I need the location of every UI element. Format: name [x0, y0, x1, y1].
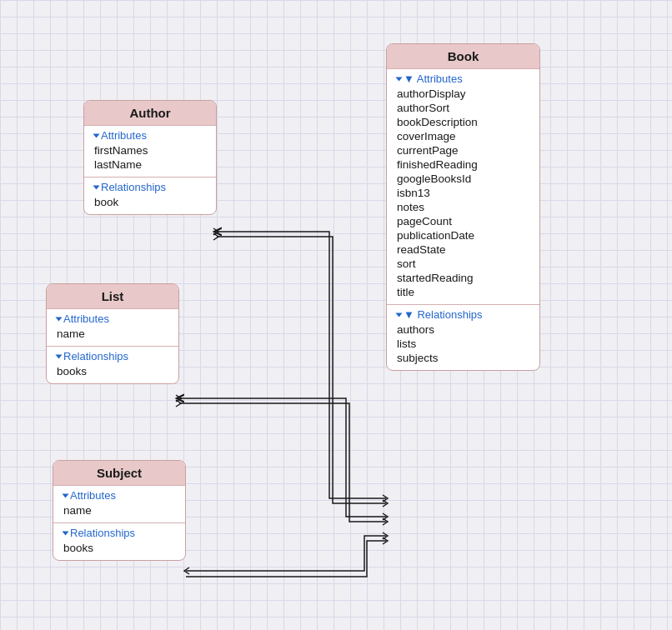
book-field-sort: sort: [397, 257, 529, 271]
book-field-title: title: [397, 285, 529, 299]
author-attributes-section: Attributes firstNames lastName: [84, 125, 216, 177]
book-rel-authors: authors: [397, 322, 529, 337]
book-field-coverImage: coverImage: [397, 129, 529, 143]
subject-attributes-header: Attributes: [63, 489, 175, 502]
book-field-currentPage: currentPage: [397, 143, 529, 158]
arrow-head-list1: [176, 395, 181, 402]
subject-relationships-section: Relationships books: [53, 522, 185, 560]
book-attributes-header: ▼ Attributes: [397, 72, 529, 85]
subject-rel-books: books: [63, 541, 175, 555]
arrow-head-author2: [383, 495, 388, 502]
triangle-icon-6: [56, 354, 63, 358]
triangle-icon-5: [56, 317, 63, 321]
book-field-readState: readState: [397, 242, 529, 257]
author-book-arrow: [217, 232, 386, 498]
author-title: Author: [84, 101, 216, 125]
author-book-arrow2: [217, 237, 386, 503]
arrow-head-author1: [213, 228, 218, 235]
triangle-icon: [396, 77, 403, 81]
triangle-icon-8: [63, 531, 69, 535]
book-relationships-header: ▼ Relationships: [397, 308, 529, 321]
triangle-icon-7: [63, 493, 69, 498]
author-attributes-header: Attributes: [94, 129, 206, 142]
book-entity: Book ▼ Attributes authorDisplay authorSo…: [386, 43, 540, 371]
subject-title: Subject: [53, 461, 185, 485]
arrow-head-author4: [213, 233, 218, 240]
list-field-name: name: [57, 327, 168, 341]
book-field-finishedReading: finishedReading: [397, 158, 529, 172]
author-field-lastName: lastName: [94, 158, 206, 172]
book-rel-lists: lists: [397, 337, 529, 351]
triangle-icon-2: [396, 312, 403, 317]
book-field-googleBooksId: googleBooksId: [397, 172, 529, 186]
author-entity: Author Attributes firstNames lastName Re…: [83, 100, 217, 215]
list-attributes-section: Attributes name: [47, 308, 178, 346]
arrow-head-3: [184, 568, 189, 574]
book-field-notes: notes: [397, 200, 529, 214]
book-title: Book: [387, 44, 539, 68]
list-title: List: [47, 284, 178, 308]
book-field-isbn13: isbn13: [397, 186, 529, 200]
triangle-icon-4: [93, 185, 100, 189]
book-relationships-section: ▼ Relationships authors lists subjects: [387, 304, 539, 370]
book-rel-subjects: subjects: [397, 351, 529, 365]
author-relationships-header: Relationships: [94, 181, 206, 193]
arrow-head-2: [383, 538, 388, 544]
list-books-arrow2: [179, 403, 386, 522]
list-rel-books: books: [57, 364, 168, 378]
arrow-head-list2: [383, 513, 388, 520]
subject-attributes-section: Attributes name: [53, 485, 185, 522]
book-attributes-section: ▼ Attributes authorDisplay authorSort bo…: [387, 68, 539, 304]
book-field-authorSort: authorSort: [397, 101, 529, 115]
triangle-icon-3: [93, 133, 100, 138]
subject-books-arrow1: [186, 536, 386, 571]
list-attributes-header: Attributes: [57, 312, 168, 325]
author-relationships-section: Relationships book: [84, 177, 216, 214]
subject-books-arrow2: [186, 541, 386, 577]
book-field-startedReading: startedReading: [397, 271, 529, 285]
arrow-head-author3: [383, 500, 388, 507]
list-relationships-header: Relationships: [57, 350, 168, 362]
book-field-pageCount: pageCount: [397, 214, 529, 228]
list-entity: List Attributes name Relationships books: [46, 283, 179, 384]
subject-field-name: name: [63, 503, 175, 518]
list-relationships-section: Relationships books: [47, 346, 178, 383]
arrow-head-list3: [176, 400, 181, 407]
list-books-arrow: [179, 398, 386, 517]
subject-entity: Subject Attributes name Relationships bo…: [53, 460, 186, 561]
book-field-authorDisplay: authorDisplay: [397, 87, 529, 101]
arrow-head-1: [383, 532, 388, 539]
author-field-firstNames: firstNames: [94, 143, 206, 158]
book-field-publicationDate: publicationDate: [397, 228, 529, 242]
subject-relationships-header: Relationships: [63, 527, 175, 539]
book-field-bookDescription: bookDescription: [397, 115, 529, 129]
author-rel-book: book: [94, 195, 206, 209]
arrow-head-list4: [383, 518, 388, 525]
